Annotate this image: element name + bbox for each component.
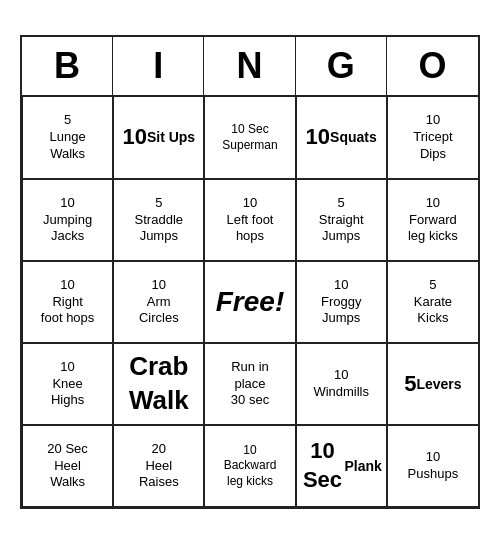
header-letter-i: I <box>113 37 204 95</box>
bingo-cell-0: 5LungeWalks <box>22 97 113 179</box>
header-letter-o: O <box>387 37 478 95</box>
header-letter-g: G <box>296 37 387 95</box>
bingo-cell-24: 10Pushups <box>387 425 478 507</box>
bingo-cell-13: 10FroggyJumps <box>296 261 387 343</box>
bingo-cell-12: Free! <box>204 261 295 343</box>
bingo-grid: 5LungeWalks10Sit Ups10 SecSuperman10Squa… <box>22 97 478 507</box>
bingo-cell-11: 10ArmCircles <box>113 261 204 343</box>
bingo-card: BINGO 5LungeWalks10Sit Ups10 SecSuperman… <box>20 35 480 509</box>
bingo-cell-8: 5StraightJumps <box>296 179 387 261</box>
bingo-cell-16: CrabWalk <box>113 343 204 425</box>
bingo-cell-17: Run inplace30 sec <box>204 343 295 425</box>
bingo-cell-14: 5KarateKicks <box>387 261 478 343</box>
bingo-cell-9: 10Forwardleg kicks <box>387 179 478 261</box>
bingo-cell-4: 10TriceptDips <box>387 97 478 179</box>
bingo-cell-3: 10Squats <box>296 97 387 179</box>
header-letter-b: B <box>22 37 113 95</box>
bingo-cell-19: 5Levers <box>387 343 478 425</box>
bingo-cell-7: 10Left foothops <box>204 179 295 261</box>
bingo-cell-22: 10Backwardleg kicks <box>204 425 295 507</box>
bingo-cell-21: 20HeelRaises <box>113 425 204 507</box>
bingo-cell-6: 5StraddleJumps <box>113 179 204 261</box>
header-letter-n: N <box>204 37 295 95</box>
bingo-header: BINGO <box>22 37 478 97</box>
bingo-cell-20: 20 SecHeelWalks <box>22 425 113 507</box>
bingo-cell-5: 10JumpingJacks <box>22 179 113 261</box>
bingo-cell-23: 10 SecPlank <box>296 425 387 507</box>
bingo-cell-2: 10 SecSuperman <box>204 97 295 179</box>
bingo-cell-15: 10KneeHighs <box>22 343 113 425</box>
bingo-cell-18: 10Windmills <box>296 343 387 425</box>
bingo-cell-1: 10Sit Ups <box>113 97 204 179</box>
bingo-cell-10: 10Rightfoot hops <box>22 261 113 343</box>
